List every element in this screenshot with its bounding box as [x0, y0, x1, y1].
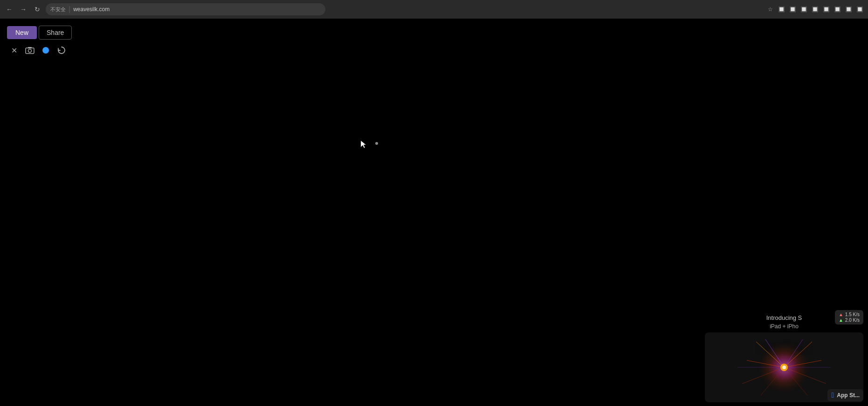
extension-icon-7[interactable]: 🔲 — [844, 5, 853, 14]
toolbar-top-row: New Share — [7, 26, 72, 40]
toolbar: New Share ✕ — [7, 26, 72, 57]
back-button[interactable]: ← — [4, 4, 15, 15]
promo-panel: ▲ 1.5 K/s ▲ 2.0 K/s Introducing S iPad +… — [700, 304, 868, 406]
camera-tool-icon[interactable] — [23, 43, 37, 57]
download-speed-row: ▲ 2.0 K/s — [839, 318, 860, 323]
network-speed-indicator: ▲ 1.5 K/s ▲ 2.0 K/s — [835, 310, 863, 325]
upload-speed-row: ▲ 1.5 K/s — [839, 312, 860, 317]
security-indicator: 不安全 — [50, 6, 66, 13]
app-store-label: App St... — [837, 392, 860, 399]
url-text: weavesilk.com — [73, 6, 110, 13]
extension-icon-2[interactable]: 🔲 — [788, 5, 797, 14]
extension-icon-5[interactable]: 🔲 — [821, 5, 831, 14]
extension-icon-6[interactable]: 🔲 — [833, 5, 842, 14]
extension-icon-8[interactable]: 🔲 — [855, 5, 864, 14]
extension-icon-1[interactable]: 🔲 — [777, 5, 786, 14]
upload-speed-value: 1.5 K/s — [845, 312, 860, 317]
refresh-button[interactable]: ↻ — [32, 4, 43, 15]
extension-icon-4[interactable]: 🔲 — [810, 5, 820, 14]
canvas-cursor-dot — [375, 142, 378, 145]
browser-chrome: ← → ↻ 不安全 | weavesilk.com ☆ 🔲 🔲 🔲 🔲 🔲 🔲 … — [0, 0, 868, 19]
svg-rect-2 — [28, 47, 32, 48]
reset-tool-icon[interactable] — [55, 43, 69, 57]
share-button[interactable]: Share — [39, 26, 72, 40]
extension-icon-3[interactable]: 🔲 — [799, 5, 808, 14]
upload-arrow-icon: ▲ — [839, 312, 843, 317]
svg-point-1 — [28, 49, 32, 53]
address-bar[interactable]: 不安全 | weavesilk.com — [46, 3, 325, 15]
apple-icon:  — [831, 391, 834, 399]
svg-point-18 — [782, 365, 786, 369]
main-canvas[interactable]: New Share ✕ — [0, 19, 868, 406]
new-button[interactable]: New — [7, 26, 37, 39]
move-tool-icon[interactable]: ✕ — [7, 43, 21, 57]
download-speed-value: 2.0 K/s — [845, 318, 860, 323]
toolbar-bottom-row: ✕ — [7, 43, 72, 57]
forward-button[interactable]: → — [18, 4, 29, 15]
download-arrow-icon: ▲ — [839, 318, 843, 323]
browser-actions: ☆ 🔲 🔲 🔲 🔲 🔲 🔲 🔲 🔲 — [765, 5, 864, 14]
app-store-badge[interactable]:  App St... — [827, 389, 863, 401]
color-tool-icon[interactable] — [39, 43, 53, 57]
bookmark-icon[interactable]: ☆ — [765, 5, 775, 14]
